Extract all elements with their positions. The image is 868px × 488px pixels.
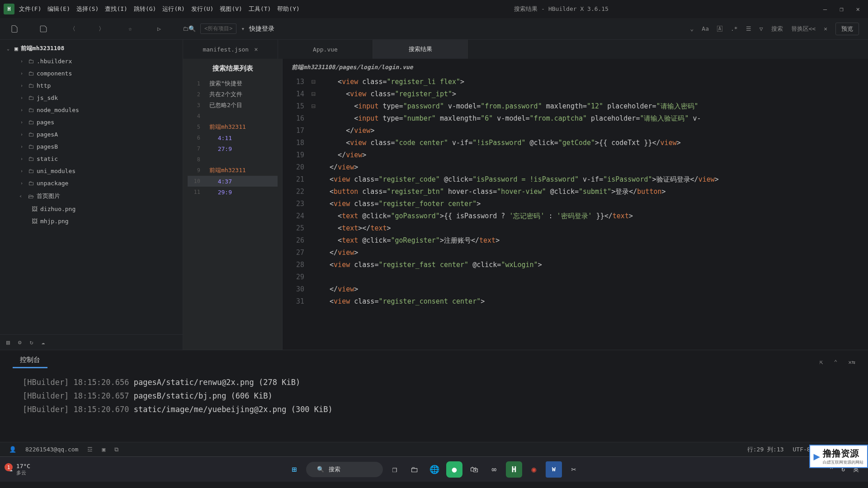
start-icon[interactable]: ⊞ bbox=[286, 461, 302, 478]
back-icon[interactable]: 〈 bbox=[67, 23, 78, 34]
settings-icon[interactable]: ⚙ bbox=[18, 339, 22, 346]
clear-icon[interactable]: ✕⇆ bbox=[848, 359, 855, 366]
result-line[interactable]: 2共在2个文件 bbox=[188, 89, 278, 100]
close-search-icon[interactable]: ✕ bbox=[824, 25, 827, 32]
dropdown-icon[interactable]: ▾ bbox=[241, 25, 245, 32]
menu-find[interactable]: 查找(I) bbox=[105, 5, 127, 13]
result-line[interactable]: 727:9 bbox=[188, 143, 278, 154]
result-line[interactable]: 4 bbox=[188, 111, 278, 122]
tree-folder[interactable]: ›🗀pages bbox=[0, 116, 183, 128]
menu-edit[interactable]: 编辑(E) bbox=[47, 5, 70, 13]
list-icon[interactable]: ☰ bbox=[746, 25, 751, 32]
status-line-col[interactable]: 行:29 列:13 bbox=[747, 446, 784, 454]
star-icon[interactable]: ☆ bbox=[125, 23, 136, 34]
tree-folder[interactable]: ›🗀pagesA bbox=[0, 128, 183, 141]
explorer-icon[interactable]: 🗀 bbox=[406, 461, 423, 478]
minimize-icon[interactable]: — bbox=[823, 5, 827, 13]
menu-publish[interactable]: 发行(U) bbox=[191, 5, 213, 13]
console-panel: 控制台 ⇱ ⌃ ✕⇆ [HBuilder] 18:15:20.656 pages… bbox=[0, 350, 868, 442]
word-icon[interactable]: W bbox=[546, 461, 562, 478]
tab-appvue[interactable]: App.vue bbox=[278, 40, 373, 59]
collapse-icon[interactable]: ▤ bbox=[6, 339, 10, 346]
edge-icon[interactable]: 🌐 bbox=[426, 461, 443, 478]
result-line[interactable]: 9前端mh32311 bbox=[188, 165, 278, 176]
case-icon[interactable]: Aa bbox=[702, 25, 709, 32]
status-user[interactable]: 82261543@qq.com bbox=[25, 446, 78, 453]
code-body[interactable]: 13141516171819202122232425262728293031 ⊟… bbox=[283, 76, 868, 350]
taskbar-search[interactable]: 🔍 搜索 bbox=[306, 462, 383, 477]
fold-marker[interactable]: ⊟ bbox=[308, 100, 319, 113]
tree-folder[interactable]: ›🗀uni_modules bbox=[0, 165, 183, 177]
new-file-icon[interactable] bbox=[9, 23, 20, 34]
store-icon[interactable]: 🛍 bbox=[466, 461, 482, 478]
tab-search-results[interactable]: 搜索结果 bbox=[373, 40, 468, 59]
tree-folder[interactable]: ›🗀static bbox=[0, 153, 183, 165]
forward-icon[interactable]: 〉 bbox=[96, 23, 107, 34]
tree-file[interactable]: 🖼dizhuo.png bbox=[0, 203, 183, 215]
project-filter[interactable]: <所有项目> bbox=[200, 23, 236, 34]
list-icon[interactable]: ☲ bbox=[87, 446, 93, 453]
result-line[interactable]: 3已忽略2个目 bbox=[188, 100, 278, 111]
result-line[interactable]: 64:11 bbox=[188, 132, 278, 143]
cloud-icon[interactable]: ☁ bbox=[41, 339, 45, 346]
close-tab-icon[interactable]: × bbox=[254, 46, 258, 53]
replace-action[interactable]: 替换区<< bbox=[791, 25, 816, 33]
save-icon[interactable] bbox=[38, 23, 49, 34]
preview-button[interactable]: 预览 bbox=[835, 23, 859, 35]
result-line[interactable]: 8 bbox=[188, 154, 278, 165]
export-icon[interactable]: ⇱ bbox=[820, 359, 823, 366]
result-line[interactable]: 1129:9 bbox=[188, 187, 278, 197]
search-keyword[interactable]: 快捷登录 bbox=[249, 25, 274, 33]
tree-folder[interactable]: ›🗀pagesB bbox=[0, 141, 183, 153]
snip-icon[interactable]: ✂ bbox=[566, 461, 582, 478]
fold-marker[interactable]: ⊟ bbox=[308, 76, 319, 88]
tree-folder[interactable]: ›🗀.hbuilderx bbox=[0, 55, 183, 67]
refresh-icon[interactable]: ↻ bbox=[30, 339, 33, 346]
status-encoding[interactable]: UTF-8 bbox=[793, 446, 811, 453]
run-icon[interactable]: ▷ bbox=[154, 23, 165, 34]
terminal-icon[interactable]: ▣ bbox=[102, 446, 105, 453]
menu-tools[interactable]: 工具(T) bbox=[249, 5, 271, 13]
console-tab[interactable]: 控制台 bbox=[13, 353, 47, 368]
music-icon[interactable]: ◉ bbox=[526, 461, 542, 478]
result-line[interactable]: 104:37 bbox=[188, 176, 278, 187]
filter-icon[interactable]: ▽ bbox=[760, 25, 763, 32]
tree-root[interactable]: ⌄ ▣ 前端mh3231108 bbox=[0, 42, 183, 55]
tree-folder[interactable]: ›🗀unpackage bbox=[0, 177, 183, 189]
tree-folder-open[interactable]: ⌄ 🗁 首页图片 bbox=[0, 189, 183, 203]
tree-folder[interactable]: ›🗀components bbox=[0, 67, 183, 80]
close-icon[interactable]: ✕ bbox=[856, 5, 860, 13]
tree-folder[interactable]: ›🗀js_sdk bbox=[0, 92, 183, 104]
link-icon[interactable]: ⧉ bbox=[114, 446, 118, 453]
result-line[interactable]: 1搜索"快捷登 bbox=[188, 78, 278, 89]
task-view-icon[interactable]: ❐ bbox=[387, 461, 403, 478]
fold-marker[interactable]: ⊟ bbox=[308, 88, 319, 100]
menu-file[interactable]: 文件(F) bbox=[19, 5, 41, 13]
menu-run[interactable]: 运行(R) bbox=[162, 5, 184, 13]
maximize-icon[interactable]: ❐ bbox=[840, 5, 843, 13]
whole-word-icon[interactable]: A bbox=[717, 26, 722, 32]
console-output[interactable]: [HBuilder] 18:15:20.656 pagesA/static/re… bbox=[0, 368, 868, 442]
hbuilder-icon[interactable]: H bbox=[506, 461, 522, 478]
menu-view[interactable]: 视图(V) bbox=[220, 5, 242, 13]
search-folder-icon[interactable]: 🗀🔍 bbox=[183, 25, 196, 32]
tree-file[interactable]: 🖼mhjp.png bbox=[0, 215, 183, 227]
user-icon[interactable]: 👤 bbox=[9, 446, 16, 453]
tree-label: pagesA bbox=[37, 131, 58, 138]
wechat-icon[interactable]: ● bbox=[446, 461, 462, 478]
menu-select[interactable]: 选择(S) bbox=[76, 5, 99, 13]
menu-help[interactable]: 帮助(Y) bbox=[277, 5, 299, 13]
chevron-right-icon: › bbox=[18, 120, 25, 125]
collapse-icon[interactable]: ⌃ bbox=[834, 359, 838, 366]
menu-goto[interactable]: 跳转(G) bbox=[134, 5, 156, 13]
result-line[interactable]: 5前端mh32311 bbox=[188, 122, 278, 132]
result-line-num: 8 bbox=[188, 156, 200, 163]
weather-widget[interactable]: ☁1 17°C 多云 bbox=[9, 463, 30, 476]
tree-folder[interactable]: ›🗀node_modules bbox=[0, 104, 183, 116]
tree-folder[interactable]: ›🗀http bbox=[0, 80, 183, 92]
app-icon[interactable]: ∞ bbox=[486, 461, 502, 478]
tab-manifest[interactable]: manifest.json × bbox=[183, 40, 278, 59]
regex-icon[interactable]: .* bbox=[731, 25, 738, 32]
chevron-down-icon[interactable]: ⌄ bbox=[690, 25, 694, 32]
search-action[interactable]: 搜索 bbox=[771, 25, 783, 33]
